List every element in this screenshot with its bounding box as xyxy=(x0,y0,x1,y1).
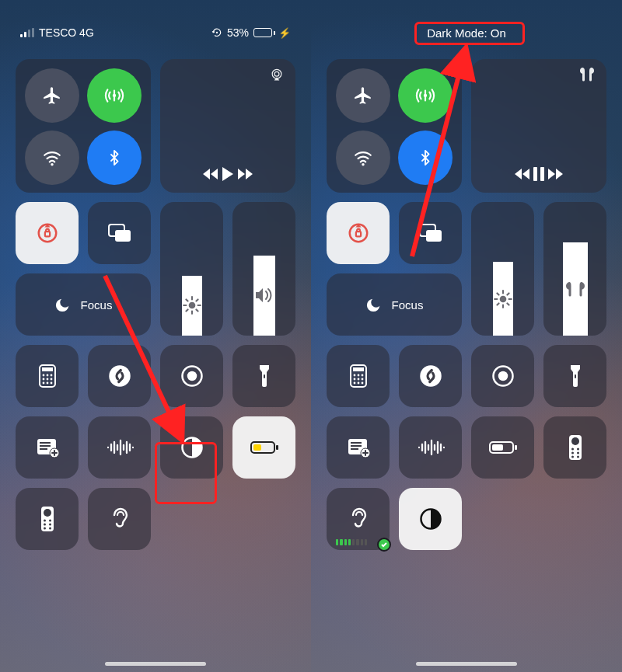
home-indicator[interactable] xyxy=(416,662,517,666)
apple-tv-remote-icon xyxy=(568,434,582,461)
volume-slider[interactable] xyxy=(543,202,606,336)
forward-button[interactable] xyxy=(545,167,564,181)
svg-point-16 xyxy=(46,378,48,381)
focus-label: Focus xyxy=(392,298,424,312)
svg-point-79 xyxy=(571,452,574,454)
svg-point-61 xyxy=(357,382,359,385)
svg-rect-26 xyxy=(40,442,51,444)
quick-note-button[interactable] xyxy=(327,416,390,479)
apple-tv-remote-button[interactable] xyxy=(543,416,606,479)
sound-recognition-button[interactable] xyxy=(88,416,151,479)
brightness-slider[interactable] xyxy=(471,202,534,336)
airplay-icon[interactable] xyxy=(269,67,285,82)
rotation-lock-button[interactable] xyxy=(327,202,390,264)
svg-point-63 xyxy=(420,365,442,387)
svg-point-1 xyxy=(113,94,116,97)
svg-point-77 xyxy=(571,448,574,451)
svg-point-15 xyxy=(42,378,44,381)
svg-point-18 xyxy=(42,382,44,385)
forward-button[interactable] xyxy=(235,167,253,181)
cellular-data-button[interactable] xyxy=(398,68,453,123)
focus-button[interactable]: Focus xyxy=(16,273,151,336)
cellular-data-button[interactable] xyxy=(87,68,142,123)
svg-rect-50 xyxy=(426,230,442,242)
home-indicator[interactable] xyxy=(105,662,206,666)
svg-point-78 xyxy=(577,448,579,451)
svg-point-65 xyxy=(498,371,508,381)
svg-rect-73 xyxy=(515,445,517,450)
hearing-button[interactable] xyxy=(88,488,151,550)
calculator-button[interactable] xyxy=(327,345,390,407)
svg-rect-74 xyxy=(492,444,503,451)
check-badge-icon xyxy=(377,538,391,552)
rewind-button[interactable] xyxy=(514,167,533,181)
connectivity-group[interactable] xyxy=(16,59,151,193)
control-grid: Focus xyxy=(16,59,295,550)
sound-recognition-icon xyxy=(417,439,445,456)
svg-rect-53 xyxy=(353,367,364,371)
focus-button[interactable]: Focus xyxy=(327,273,462,336)
brightness-icon xyxy=(493,289,513,309)
quick-note-button[interactable] xyxy=(16,416,79,479)
dark-mode-button[interactable] xyxy=(399,488,462,550)
low-power-mode-button[interactable] xyxy=(471,416,534,479)
calculator-icon xyxy=(349,364,368,388)
svg-point-81 xyxy=(571,456,574,458)
airpods-icon[interactable] xyxy=(578,67,596,82)
media-panel[interactable] xyxy=(471,59,606,193)
flashlight-icon xyxy=(568,364,582,388)
screen-mirroring-icon xyxy=(418,223,443,243)
screen-mirroring-icon xyxy=(107,223,132,243)
svg-rect-11 xyxy=(42,367,53,371)
quick-note-icon xyxy=(36,437,59,458)
svg-point-23 xyxy=(187,371,197,381)
svg-point-13 xyxy=(46,374,48,377)
rewind-button[interactable] xyxy=(202,167,221,181)
shazam-button[interactable] xyxy=(399,345,462,407)
flashlight-button[interactable] xyxy=(543,345,606,407)
sound-recognition-button[interactable] xyxy=(399,416,462,479)
play-button[interactable] xyxy=(221,166,235,182)
wifi-button[interactable] xyxy=(25,131,79,185)
dark-mode-icon xyxy=(419,507,442,531)
screen-mirroring-button[interactable] xyxy=(399,202,462,264)
dark-mode-button[interactable] xyxy=(160,416,223,479)
hearing-button[interactable] xyxy=(327,488,390,550)
airplane-mode-button[interactable] xyxy=(25,68,79,123)
svg-point-40 xyxy=(44,528,46,530)
volume-slider[interactable] xyxy=(232,202,295,336)
svg-rect-6 xyxy=(44,232,49,236)
svg-point-4 xyxy=(274,71,279,76)
bluetooth-icon xyxy=(417,147,434,169)
low-power-mode-button[interactable] xyxy=(232,416,295,479)
svg-point-56 xyxy=(361,374,363,377)
media-panel[interactable] xyxy=(160,59,295,193)
brightness-icon xyxy=(182,295,202,315)
svg-rect-46 xyxy=(540,167,544,181)
bluetooth-icon xyxy=(106,147,123,169)
pause-button[interactable] xyxy=(533,166,545,182)
screen-record-button[interactable] xyxy=(160,345,223,407)
hearing-icon xyxy=(110,507,130,531)
brightness-slider[interactable] xyxy=(160,202,223,336)
screen-mirroring-button[interactable] xyxy=(88,202,151,264)
flashlight-icon xyxy=(257,364,271,388)
calculator-button[interactable] xyxy=(16,345,79,407)
dark-mode-icon xyxy=(180,436,204,459)
airplane-mode-button[interactable] xyxy=(336,68,390,123)
apple-tv-remote-button[interactable] xyxy=(16,488,79,550)
hearing-level-gauge xyxy=(336,539,367,545)
bluetooth-button[interactable] xyxy=(398,131,453,185)
shazam-button[interactable] xyxy=(88,345,151,407)
svg-rect-69 xyxy=(351,445,362,447)
rotation-lock-button[interactable] xyxy=(16,202,79,264)
wifi-button[interactable] xyxy=(336,131,390,185)
bluetooth-button[interactable] xyxy=(87,131,142,185)
connectivity-group[interactable] xyxy=(327,59,462,193)
svg-point-39 xyxy=(49,524,51,526)
svg-rect-24 xyxy=(264,374,265,378)
flashlight-button[interactable] xyxy=(232,345,295,407)
airplane-icon xyxy=(353,85,373,106)
dark-mode-banner: Dark Mode: On xyxy=(427,26,506,40)
screen-record-button[interactable] xyxy=(471,345,534,407)
